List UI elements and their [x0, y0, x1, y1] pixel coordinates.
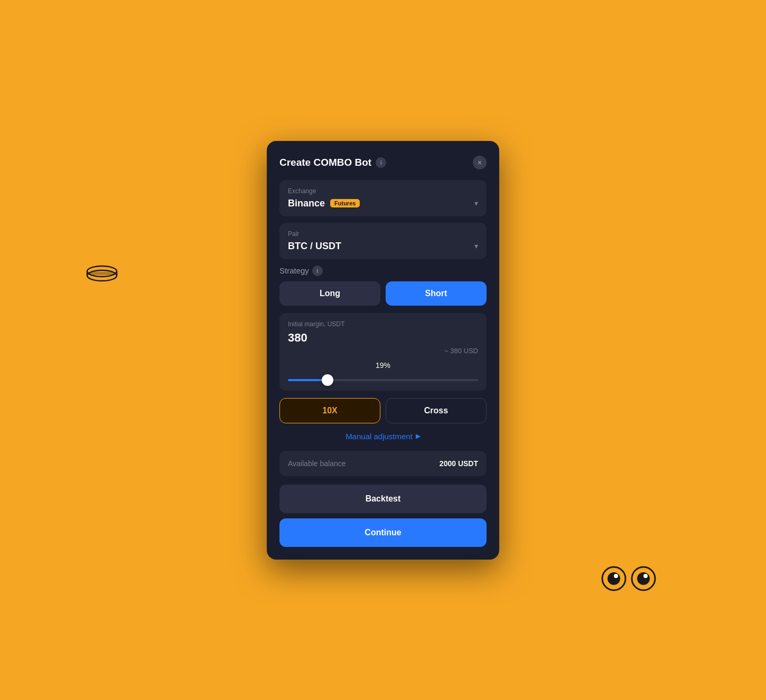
exchange-name: Binance	[288, 198, 325, 209]
pair-value: BTC / USDT	[288, 241, 341, 252]
backtest-button[interactable]: Backtest	[279, 485, 487, 513]
strategy-label: Strategy	[279, 266, 309, 275]
exchange-label: Exchange	[288, 187, 478, 195]
exchange-chevron-icon: ▾	[474, 199, 478, 207]
long-button[interactable]: Long	[279, 281, 380, 306]
strategy-info-icon[interactable]: i	[312, 266, 323, 276]
margin-section: Initial margin, USDT 380 ~ 380 USD 19%	[279, 313, 487, 391]
slider-label: 19%	[288, 361, 478, 370]
leverage-button[interactable]: 10X	[279, 398, 380, 423]
balance-value: 2000 USDT	[440, 459, 478, 468]
short-button[interactable]: Short	[386, 281, 487, 306]
leverage-row: 10X Cross	[279, 398, 487, 423]
manual-adjustment-label: Manual adjustment	[345, 432, 413, 441]
pair-label: Pair	[288, 230, 478, 238]
svg-point-11	[637, 572, 650, 585]
exchange-dropdown[interactable]: Exchange Binance Futures ▾	[279, 180, 487, 216]
eyes-decoration	[597, 555, 660, 602]
margin-type-button[interactable]: Cross	[386, 398, 487, 423]
manual-adjustment-link[interactable]: Manual adjustment ▶	[345, 432, 421, 441]
coin-decoration	[82, 253, 122, 293]
modal-title: Create COMBO Bot	[279, 157, 371, 168]
exchange-value: Binance Futures	[288, 198, 360, 209]
continue-button[interactable]: Continue	[279, 518, 487, 547]
modal-title-row: Create COMBO Bot i	[279, 157, 386, 168]
svg-point-8	[608, 572, 620, 585]
pair-chevron-icon: ▾	[474, 242, 478, 250]
svg-point-9	[614, 574, 618, 578]
strategy-buttons: Long Short	[279, 281, 487, 306]
manual-adjustment-section: Manual adjustment ▶	[279, 432, 487, 441]
info-icon[interactable]: i	[376, 157, 386, 168]
strategy-section: Strategy i Long Short	[279, 266, 487, 306]
manual-adjustment-arrow-icon: ▶	[416, 432, 421, 440]
margin-value: 380	[288, 331, 478, 345]
futures-badge: Futures	[330, 199, 360, 207]
balance-label: Available balance	[288, 459, 346, 468]
balance-section: Available balance 2000 USDT	[279, 451, 487, 476]
modal-header: Create COMBO Bot i ×	[279, 156, 487, 169]
margin-label: Initial margin, USDT	[288, 320, 478, 328]
pair-dropdown[interactable]: Pair BTC / USDT ▾	[279, 223, 487, 259]
exchange-value-row: Binance Futures ▾	[288, 198, 478, 209]
usd-equiv: ~ 380 USD	[288, 347, 478, 355]
close-button[interactable]: ×	[473, 156, 487, 169]
margin-slider[interactable]	[288, 379, 478, 381]
pair-value-row: BTC / USDT ▾	[288, 241, 478, 252]
strategy-label-row: Strategy i	[279, 266, 487, 276]
svg-point-12	[643, 574, 648, 578]
create-combo-bot-modal: Create COMBO Bot i × Exchange Binance Fu…	[267, 141, 499, 560]
